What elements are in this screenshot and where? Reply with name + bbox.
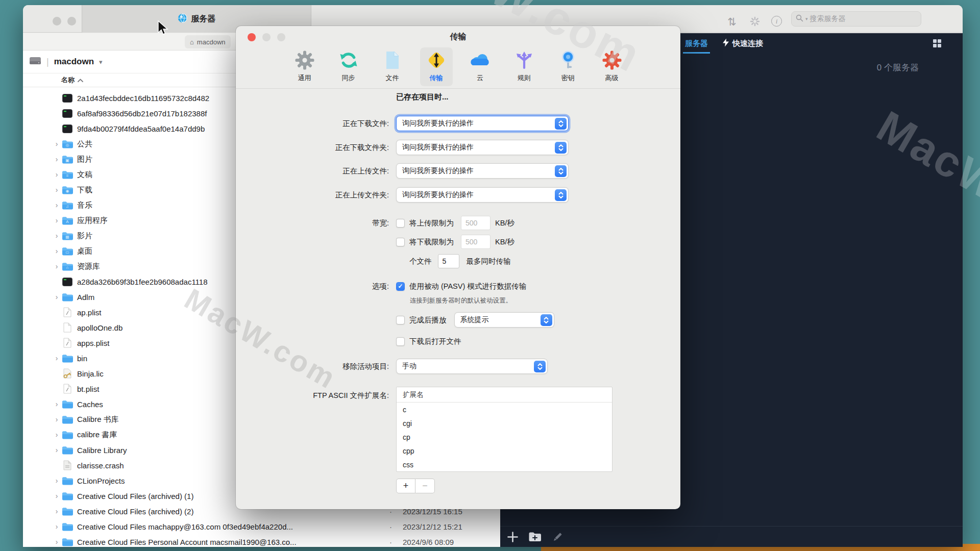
folder-icon: ▣: [61, 155, 74, 164]
breadcrumb[interactable]: ⌂ macdown: [185, 35, 231, 48]
dialog-tab-规则[interactable]: 规则: [508, 47, 541, 86]
activity-spinner-icon[interactable]: [750, 16, 760, 28]
field-label: 正在上传文件:: [236, 166, 389, 176]
file-name: 6af8af98336d56db21e07d17b182388f: [77, 109, 207, 118]
svg-text:A: A: [66, 219, 69, 224]
file-name: a28da326b69f3b1fee2b9608adac1118: [77, 278, 208, 286]
file-name: apps.plist: [77, 339, 109, 347]
dialog-tab-通用[interactable]: 通用: [288, 47, 321, 86]
info-icon[interactable]: i: [771, 16, 782, 27]
extension-row[interactable]: cpp: [397, 444, 612, 458]
section-header: 已存在项目时...: [396, 92, 449, 102]
disclosure-chevron-icon[interactable]: ›: [53, 293, 61, 301]
action-select[interactable]: 询问我所要执行的操作: [396, 140, 569, 155]
limit-upload-text: 将上传限制为: [409, 218, 454, 228]
tab-quick-connect[interactable]: 快速连接: [721, 33, 765, 54]
select-stepper-icon: [555, 165, 567, 177]
pasv-row: 选项: ✓ 使用被动 (PASV) 模式进行数据传输: [236, 278, 680, 294]
extension-row[interactable]: css: [397, 458, 612, 471]
rules-purple-icon: [514, 50, 534, 72]
terminal-icon: [61, 278, 74, 286]
dialog-tab-文件[interactable]: 文件: [376, 47, 409, 86]
extension-row[interactable]: cgi: [397, 416, 612, 430]
folder-icon: ◎: [61, 139, 74, 148]
dialog-tab-云[interactable]: 云: [464, 47, 497, 86]
disclosure-chevron-icon[interactable]: ›: [53, 446, 61, 454]
dialog-tab-密钥[interactable]: 密钥: [552, 47, 584, 86]
disclosure-chevron-icon[interactable]: ›: [53, 431, 61, 439]
folder-icon: ◉: [61, 185, 74, 194]
action-select[interactable]: 询问我所要执行的操作: [396, 116, 569, 131]
disclosure-chevron-icon[interactable]: ›: [53, 247, 61, 255]
file-name: apolloOne.db: [77, 323, 122, 332]
disclosure-chevron-icon[interactable]: ›: [53, 415, 61, 423]
disclosure-chevron-icon[interactable]: ›: [53, 400, 61, 408]
disclosure-chevron-icon[interactable]: ›: [53, 262, 61, 270]
limit-upload-checkbox[interactable]: [396, 219, 405, 228]
file-name: ap.plist: [77, 308, 102, 317]
dialog-tab-高级[interactable]: 高级: [596, 47, 628, 86]
gear-gray-icon: [295, 50, 315, 72]
svg-text:◎: ◎: [66, 143, 69, 147]
file-name: bt.plist: [77, 385, 99, 393]
extension-row[interactable]: c: [397, 403, 612, 416]
cloud-blue-icon: [470, 50, 491, 72]
options-label: 选项:: [236, 282, 389, 291]
device-name[interactable]: macdown: [54, 57, 94, 67]
disclosure-chevron-icon[interactable]: ›: [53, 477, 61, 485]
extension-row[interactable]: cp: [397, 430, 612, 444]
search-input[interactable]: ▾ 搜索服务器: [791, 11, 921, 27]
disclosure-chevron-icon[interactable]: ›: [53, 186, 61, 194]
list-item[interactable]: ›Creative Cloud Files Personal Account m…: [23, 534, 500, 547]
dialog-tab-传输[interactable]: 传输: [420, 47, 453, 86]
file-name: 音乐: [77, 201, 92, 210]
limit-download-checkbox[interactable]: [396, 238, 405, 246]
file-name: Calibre 书库: [77, 415, 119, 424]
sound-select[interactable]: 系统提示: [454, 312, 554, 328]
disclosure-chevron-icon[interactable]: ›: [53, 232, 61, 240]
play-sound-checkbox[interactable]: [396, 316, 405, 324]
remove-items-select[interactable]: 手动: [396, 359, 548, 374]
action-select[interactable]: 询问我所要执行的操作: [396, 163, 569, 179]
action-select[interactable]: 询问我所要执行的操作: [396, 187, 569, 203]
separator: |: [46, 57, 49, 67]
max-transfers-input[interactable]: 5: [438, 254, 459, 268]
folder-icon: [61, 292, 74, 302]
file-name: 影片: [77, 231, 92, 241]
close-button[interactable]: [53, 17, 61, 26]
disclosure-chevron-icon[interactable]: ›: [53, 140, 61, 148]
edit-pencil-icon[interactable]: [552, 532, 563, 545]
panel-bottom-bar: [500, 526, 963, 547]
grid-view-icon[interactable]: [933, 39, 941, 47]
disclosure-chevron-icon[interactable]: ›: [53, 522, 61, 531]
add-extension-button[interactable]: +: [396, 479, 415, 493]
dialog-tab-同步[interactable]: 同步: [332, 47, 365, 86]
disclosure-chevron-icon[interactable]: ›: [53, 507, 61, 515]
disclosure-chevron-icon[interactable]: ›: [53, 155, 61, 163]
disclosure-chevron-icon[interactable]: ›: [53, 354, 61, 362]
tab-servers[interactable]: 服务器: [683, 33, 710, 54]
chevron-down-icon[interactable]: ▾: [99, 58, 103, 66]
disclosure-chevron-icon[interactable]: ›: [53, 201, 61, 209]
open-after-checkbox[interactable]: [396, 337, 405, 346]
transfers-icon[interactable]: ⇅: [727, 16, 737, 27]
add-folder-icon[interactable]: [528, 532, 542, 544]
list-item[interactable]: ›Creative Cloud Files machappy@163.com 0…: [23, 519, 500, 534]
file-name: 应用程序: [77, 216, 108, 226]
terminal-icon: [61, 109, 74, 118]
disclosure-chevron-icon[interactable]: ›: [53, 492, 61, 500]
remove-extension-button[interactable]: −: [415, 479, 435, 493]
preferences-dialog: 传输 通用同步文件传输云规则密钥高级 已存在项目时... 正在下载文件:询问我所…: [236, 26, 680, 509]
disclosure-chevron-icon[interactable]: ›: [53, 170, 61, 179]
upload-limit-input[interactable]: 500: [461, 216, 491, 230]
disclosure-chevron-icon[interactable]: ›: [53, 538, 61, 546]
download-limit-input[interactable]: 500: [461, 235, 491, 249]
file-name: Adlm: [77, 293, 94, 302]
disclosure-chevron-icon[interactable]: ›: [53, 216, 61, 224]
ftp-ascii-table[interactable]: 扩展名 ccgicpcppcss: [396, 387, 612, 472]
home-icon: ⌂: [190, 38, 194, 46]
add-server-icon[interactable]: [507, 532, 518, 544]
svg-text:⌂: ⌂: [66, 265, 69, 270]
minimize-button[interactable]: [67, 17, 76, 26]
pasv-checkbox[interactable]: ✓: [396, 282, 405, 291]
